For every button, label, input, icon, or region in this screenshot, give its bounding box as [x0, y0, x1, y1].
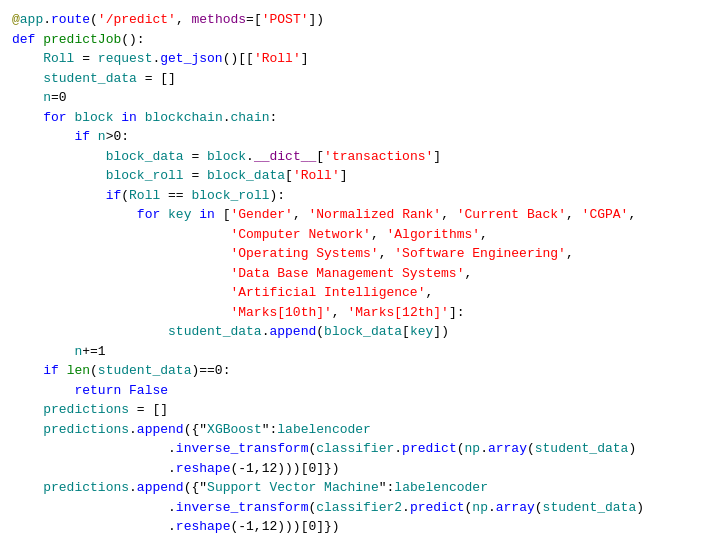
methods-param: methods: [191, 12, 246, 27]
code-editor: @app.route('/predict', methods=['POST'])…: [0, 0, 709, 536]
block-var: block: [74, 110, 113, 125]
indent9: [12, 363, 43, 378]
code-line-23: .inverse_transform(classifier.predict(np…: [12, 439, 697, 459]
code-line-2: def predictJob():: [12, 30, 697, 50]
str-marks10: 'Marks[10th]': [230, 305, 331, 320]
def-kw: def: [12, 32, 43, 47]
return-kw: return: [74, 383, 129, 398]
sep4: ,: [371, 227, 387, 242]
paren7: ({": [184, 422, 207, 437]
xgboost-key: XGBoost: [207, 422, 262, 437]
str-curr: 'Current Back': [457, 207, 566, 222]
indent: [12, 168, 106, 183]
np-ref: np: [465, 441, 481, 456]
close: ]): [309, 12, 325, 27]
str-os: 'Operating Systems': [230, 246, 378, 261]
n-check: n: [98, 129, 106, 144]
str-gender: 'Gender': [230, 207, 292, 222]
reshape-args2: (-1,12)))[0]}): [230, 519, 339, 534]
str-dbms: 'Data Base Management Systems': [230, 266, 464, 281]
in-kw: in: [113, 110, 144, 125]
predictions-ref2: predictions: [43, 480, 129, 495]
comma6: ,: [425, 285, 433, 300]
indent12: [12, 422, 43, 437]
if-kw2: if: [106, 188, 122, 203]
indent: [12, 149, 106, 164]
block-data-ref: block_data: [207, 168, 285, 183]
indent: [12, 51, 43, 66]
indent: [12, 110, 43, 125]
bracket6: [: [402, 324, 410, 339]
indent: [12, 90, 43, 105]
code-line-14: 'Data Base Management Systems',: [12, 264, 697, 284]
bracket7: ]): [433, 324, 449, 339]
array-func2: array: [496, 500, 535, 515]
sep1: ,: [293, 207, 309, 222]
str-ai: 'Artificial Intelligence': [230, 285, 425, 300]
paren3: ):: [270, 188, 286, 203]
array-func: array: [488, 441, 527, 456]
reshape-args: (-1,12)))[0]}): [230, 461, 339, 476]
predict-method2: predict: [410, 500, 465, 515]
comma5: ,: [464, 266, 472, 281]
code-line-11: for key in ['Gender', 'Normalized Rank',…: [12, 205, 697, 225]
code-line-27: .reshape(-1,12)))[0]}): [12, 517, 697, 536]
paren15: (: [535, 500, 543, 515]
n-assign: =0: [51, 90, 67, 105]
indent3: [12, 246, 230, 261]
bracket1: [: [316, 149, 324, 164]
indent: [12, 129, 74, 144]
quote-colon: ":: [262, 422, 278, 437]
n-var: n: [43, 90, 51, 105]
svm-key: Support Vector Machine: [207, 480, 379, 495]
code-line-21: predictions = []: [12, 400, 697, 420]
route-path: '/predict': [98, 12, 176, 27]
false-kw: False: [129, 383, 168, 398]
comma3: ,: [480, 227, 488, 242]
reshape-method2: reshape: [176, 519, 231, 534]
blockchain-var: blockchain: [145, 110, 223, 125]
block-data-ref2: block_data: [324, 324, 402, 339]
sep2: ,: [441, 207, 457, 222]
code-line-4: student_data = []: [12, 69, 697, 89]
decorator-symbol: @: [12, 12, 20, 27]
code-line-1: @app.route('/predict', methods=['POST']): [12, 10, 697, 30]
code-line-3: Roll = request.get_json()[['Roll']: [12, 49, 697, 69]
roll-ref: Roll: [129, 188, 160, 203]
bracket4: ]: [340, 168, 348, 183]
classifier-ref: classifier: [316, 441, 394, 456]
append-method3: append: [137, 480, 184, 495]
app-ref: app: [20, 12, 43, 27]
indent10: [12, 383, 74, 398]
dot8: .: [480, 441, 488, 456]
indent7: [12, 324, 168, 339]
quote-colon2: ":: [379, 480, 395, 495]
roll-var: Roll: [43, 51, 74, 66]
indent13: .: [12, 441, 176, 456]
dot4: .: [246, 149, 254, 164]
roll-key2: 'Roll': [293, 168, 340, 183]
dot9: .: [129, 480, 137, 495]
append-method: append: [269, 324, 316, 339]
code-line-9: block_roll = block_data['Roll']: [12, 166, 697, 186]
classifier2-ref: classifier2: [316, 500, 402, 515]
colon: :: [270, 110, 278, 125]
func-name: predictJob: [43, 32, 121, 47]
comma: ,: [176, 12, 192, 27]
code-line-20: return False: [12, 381, 697, 401]
len-func: len: [67, 363, 90, 378]
code-line-7: if n>0:: [12, 127, 697, 147]
gt: >0:: [106, 129, 129, 144]
reshape-method: reshape: [176, 461, 231, 476]
eq-eq: ==: [160, 188, 191, 203]
student-data-ref3: student_data: [535, 441, 629, 456]
indent16: .: [12, 500, 176, 515]
code-line-24: .reshape(-1,12)))[0]}): [12, 459, 697, 479]
indent2: [12, 227, 230, 242]
transactions-key: 'transactions': [324, 149, 433, 164]
block-ref: block: [207, 149, 246, 164]
method-value: 'POST': [262, 12, 309, 27]
route-func: route: [51, 12, 90, 27]
assign: =: [74, 51, 97, 66]
in-kw2: in: [191, 207, 222, 222]
